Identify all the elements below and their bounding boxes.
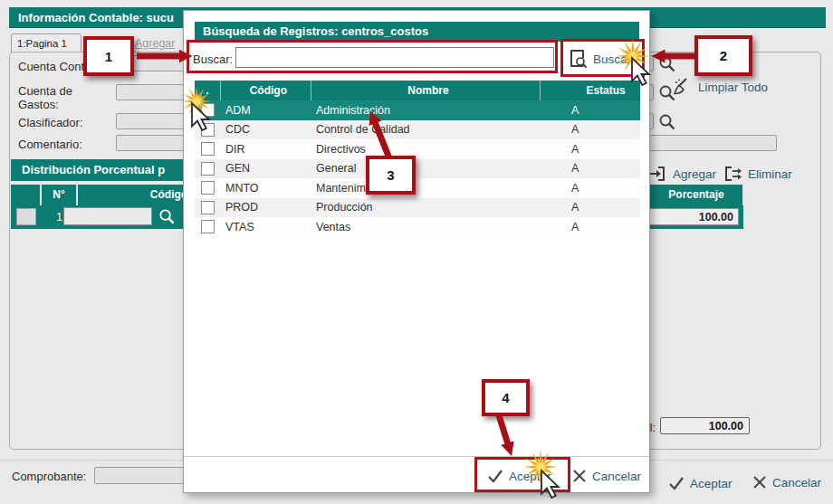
- table-row[interactable]: DIR Directivos A: [195, 139, 640, 159]
- x-icon: [752, 474, 768, 490]
- header-select: .: [195, 81, 221, 100]
- row-nombre: Mantenimiento: [311, 182, 541, 195]
- row-estatus: A: [541, 162, 640, 175]
- form-cancelar-button[interactable]: Cancelar: [752, 474, 821, 490]
- dist-row-search-icon[interactable]: [158, 207, 177, 226]
- dialog-footer-separator: [184, 456, 649, 457]
- row-nombre: Control de Calidad: [311, 123, 541, 136]
- callout-3: 3: [366, 156, 416, 195]
- row-codigo: CDC: [220, 123, 311, 136]
- row-nombre: Administración: [311, 104, 541, 117]
- limpiar-todo-label: Limpiar Todo: [698, 81, 768, 94]
- modal-results-body: ADM Administración A CDC Control de Cali…: [195, 100, 640, 237]
- agregar-tab-link[interactable]: Agregar: [135, 37, 175, 50]
- header-nombre: Nombre: [311, 81, 541, 100]
- check-icon: [667, 474, 685, 492]
- cuenta-gastos-label: Cuenta de Gastos:: [18, 84, 92, 111]
- row-estatus: A: [541, 143, 640, 156]
- dialog-title: Búsqueda de Registros: centros_costos: [203, 24, 428, 38]
- clasificador-label: Clasificador:: [18, 116, 83, 129]
- buscar-button[interactable]: Buscar: [568, 48, 631, 70]
- row-estatus: A: [541, 104, 640, 117]
- dialog-cancelar-button[interactable]: Cancelar: [571, 468, 641, 484]
- row-checkbox[interactable]: [201, 201, 215, 214]
- tab-label: 1:Pagina 1: [17, 38, 67, 49]
- form-aceptar-label: Aceptar: [690, 477, 732, 490]
- row-estatus: A: [541, 182, 640, 195]
- dist-col-porcentaje: Porcentaje: [650, 185, 743, 205]
- remove-rows-icon: [722, 163, 743, 185]
- comprobante-label: Comprobante:: [12, 470, 86, 483]
- buscar-input[interactable]: [235, 47, 554, 68]
- broom-icon: [672, 76, 694, 98]
- table-row[interactable]: CDC Control de Calidad A: [195, 120, 640, 140]
- comentario-label: Comentario:: [18, 138, 82, 151]
- cuenta-contable-search-icon[interactable]: [657, 54, 677, 74]
- buscar-label: Buscar:: [193, 52, 233, 66]
- row-estatus: A: [541, 201, 640, 214]
- row-estatus: A: [541, 221, 640, 233]
- row-checkbox[interactable]: [201, 220, 215, 233]
- row-nombre: Directivos: [311, 143, 541, 156]
- dialog-aceptar-label: Aceptar: [509, 470, 551, 483]
- tab-pagina-1[interactable]: 1:Pagina 1: [11, 33, 81, 52]
- modal-results-header: . Código Nombre Estatus: [195, 81, 640, 100]
- check-icon: [486, 467, 504, 485]
- dist-row-porcentaje-input[interactable]: 100.00: [645, 208, 739, 225]
- row-checkbox[interactable]: [201, 123, 215, 137]
- agregar-row-button[interactable]: Agregar: [646, 163, 716, 185]
- dialog-cancelar-label: Cancelar: [592, 470, 641, 483]
- search-records-dialog: Búsqueda de Registros: centros_costos Bu…: [183, 10, 650, 493]
- eliminar-row-label: Eliminar: [748, 167, 792, 181]
- callout-4: 4: [482, 379, 530, 416]
- header-codigo: Código: [221, 81, 311, 100]
- table-row[interactable]: VTAS Ventas A: [195, 217, 640, 237]
- dist-col-select: [11, 185, 41, 205]
- callout-1: 1: [83, 36, 134, 76]
- form-aceptar-button[interactable]: Aceptar: [667, 474, 732, 492]
- row-checkbox[interactable]: [201, 162, 215, 176]
- dist-row-codigo-input[interactable]: [63, 207, 152, 225]
- dist-col-no: N°: [42, 185, 77, 205]
- table-row[interactable]: PROD Producción A: [195, 198, 640, 218]
- row-nombre: Ventas: [311, 221, 541, 233]
- row-codigo: ADM: [220, 104, 311, 117]
- table-row[interactable]: MNTO Mantenimiento A: [195, 178, 640, 198]
- agregar-row-label: Agregar: [673, 167, 716, 181]
- table-row[interactable]: ADM Administración A: [195, 100, 640, 120]
- row-codigo: VTAS: [220, 221, 311, 233]
- form-cancelar-label: Cancelar: [772, 476, 821, 490]
- dialog-title-bar: Búsqueda de Registros: centros_costos: [195, 22, 639, 42]
- row-estatus: A: [541, 123, 640, 136]
- row-checkbox[interactable]: [201, 181, 215, 195]
- x-icon: [571, 468, 588, 484]
- doc-search-icon: [568, 48, 589, 70]
- row-codigo: GEN: [220, 162, 311, 175]
- modal-results-table: . Código Nombre Estatus ADM Administraci…: [195, 81, 640, 237]
- dist-row-select-cell[interactable]: [16, 208, 36, 225]
- row-nombre: General: [311, 162, 541, 175]
- screen: Información Contable: sucu 1:Pagina 1 Ag…: [0, 0, 833, 504]
- row-nombre: Producción: [311, 201, 541, 214]
- buscar-button-label: Buscar: [593, 52, 631, 66]
- row-codigo: MNTO: [220, 182, 311, 195]
- table-row[interactable]: GEN General A: [195, 159, 640, 179]
- row-checkbox[interactable]: [201, 103, 215, 117]
- row-checkbox[interactable]: [201, 142, 215, 156]
- dialog-aceptar-button[interactable]: Aceptar: [486, 467, 551, 485]
- window-title: Información Contable: sucu: [18, 11, 174, 24]
- row-codigo: PROD: [220, 201, 311, 214]
- total-input[interactable]: 100.00: [660, 417, 750, 434]
- limpiar-todo-button[interactable]: Limpiar Todo: [672, 76, 768, 98]
- eliminar-row-button[interactable]: Eliminar: [722, 163, 792, 185]
- header-estatus: Estatus: [541, 81, 640, 100]
- row-codigo: DIR: [220, 143, 311, 156]
- clasificador-search-icon[interactable]: [657, 112, 677, 132]
- callout-2: 2: [694, 35, 752, 76]
